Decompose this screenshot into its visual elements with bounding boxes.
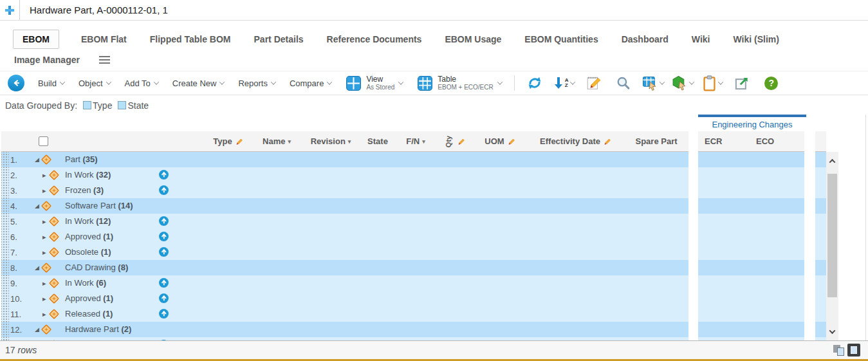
bom-type-group-row[interactable]: 4.◢Software Part (14)	[1, 198, 688, 214]
column-header-effectivity-date[interactable]: Effectivity Date	[528, 131, 624, 151]
tab-image-manager[interactable]: Image Manager	[13, 51, 81, 69]
bom-state-group-row[interactable]: 6.▸Approved (1)	[1, 229, 688, 245]
search-button[interactable]	[612, 73, 635, 93]
goto-button[interactable]	[159, 293, 169, 306]
menu-create-new[interactable]: Create New	[165, 71, 232, 95]
column-header-name[interactable]: Name▾	[252, 131, 302, 151]
back-button[interactable]	[8, 75, 24, 91]
scroll-up-button[interactable]	[826, 152, 838, 170]
menu-compare[interactable]: Compare	[282, 71, 338, 95]
tab-flipped-table-bom[interactable]: Flipped Table BOM	[149, 30, 232, 48]
collapse-toggle-icon[interactable]: ◢	[35, 265, 39, 271]
column-filter-icon[interactable]: ▾	[422, 138, 425, 145]
app-compass-icon[interactable]	[0, 0, 20, 20]
expand-toggle-icon[interactable]: ▸	[42, 234, 46, 241]
bom-type-group-row[interactable]: 8.◢CAD Drawing (8)	[1, 260, 688, 275]
bom-state-group-row[interactable]: 9.▸In Work (6)	[1, 275, 688, 291]
drag-handle[interactable]	[1, 306, 9, 322]
column-header-eco[interactable]: ECO	[750, 131, 804, 151]
drag-handle[interactable]	[1, 198, 9, 214]
tab-ebom-flat[interactable]: EBOM Flat	[80, 30, 128, 48]
expand-toggle-icon[interactable]: ▸	[42, 280, 46, 287]
help-button[interactable]: ?	[760, 73, 783, 93]
group-by-token-type[interactable]: Type	[83, 100, 112, 111]
drag-handle[interactable]	[1, 214, 9, 229]
empty-group-cell-row	[698, 152, 804, 167]
refresh-button[interactable]	[523, 73, 546, 93]
collapse-toggle-icon[interactable]: ◢	[35, 327, 39, 333]
collapse-toggle-icon[interactable]: ◢	[35, 157, 39, 163]
column-header-state[interactable]: State	[360, 131, 396, 151]
bom-state-group-row[interactable]: 5.▸In Work (12)	[1, 214, 688, 229]
collapse-toggle-icon[interactable]: ◢	[35, 203, 39, 209]
tab-wiki[interactable]: Wiki	[690, 30, 712, 48]
view-mode-button[interactable]: ViewAs Stored	[338, 75, 410, 91]
column-select-button[interactable]	[642, 73, 665, 93]
expand-toggle-icon[interactable]: ▸	[42, 172, 46, 179]
single-pane-icon[interactable]	[847, 344, 860, 356]
column-header-revision[interactable]: Revision▾	[302, 131, 360, 151]
expand-toggle-icon[interactable]: ▸	[42, 187, 46, 194]
goto-button[interactable]	[159, 232, 169, 244]
drag-handle[interactable]	[1, 322, 9, 337]
drag-handle[interactable]	[1, 152, 9, 167]
column-header-type[interactable]: Type	[205, 131, 252, 151]
open-in-window-button[interactable]	[730, 73, 753, 93]
bom-state-group-row[interactable]: 2.▸In Work (32)	[1, 167, 688, 183]
goto-button[interactable]	[159, 216, 169, 228]
tab-ebom-usage[interactable]: EBOM Usage	[443, 30, 503, 48]
menu-object[interactable]: Object	[71, 71, 118, 95]
column-header-spare-part[interactable]: Spare Part	[624, 131, 688, 151]
drag-handle[interactable]	[1, 167, 9, 183]
goto-button[interactable]	[159, 278, 169, 290]
more-tabs-menu-icon[interactable]	[99, 56, 110, 64]
scroll-down-button[interactable]	[826, 322, 838, 340]
eng-grid-header: ECR ECO	[698, 131, 804, 152]
bom-state-group-row[interactable]: 7.▸Obsolete (1)	[1, 245, 688, 260]
menu-reports[interactable]: Reports	[231, 71, 282, 95]
column-header-qty[interactable]: Qty	[436, 131, 473, 151]
tab-wiki-slim[interactable]: Wiki (Slim)	[732, 30, 780, 48]
drag-handle[interactable]	[1, 183, 9, 198]
column-filter-icon[interactable]: ▾	[348, 138, 351, 145]
cascade-windows-icon[interactable]	[833, 345, 844, 356]
state-action-button[interactable]	[671, 73, 694, 93]
sort-button[interactable]: AZ	[553, 73, 576, 93]
goto-button[interactable]	[159, 170, 169, 182]
expand-toggle-icon[interactable]: ▸	[42, 218, 46, 225]
tab-part-details[interactable]: Part Details	[253, 30, 305, 48]
menu-build[interactable]: Build	[31, 71, 71, 95]
bom-state-group-row[interactable]: 3.▸Frozen (3)	[1, 183, 688, 198]
drag-handle[interactable]	[1, 275, 9, 291]
drag-handle[interactable]	[1, 229, 9, 245]
expand-toggle-icon[interactable]: ▸	[42, 249, 46, 256]
bom-state-group-row[interactable]: 11.▸Released (1)	[1, 306, 688, 322]
column-filter-icon[interactable]: ▾	[288, 138, 291, 145]
column-header-ecr[interactable]: ECR	[698, 131, 750, 151]
column-header-f-n[interactable]: F/N▾	[396, 131, 436, 151]
goto-button[interactable]	[159, 185, 169, 198]
tab-ebom[interactable]: EBOM	[13, 30, 59, 49]
group-by-token-state[interactable]: State	[118, 100, 149, 111]
bom-state-group-row[interactable]: 10.▸Approved (1)	[1, 291, 688, 306]
scrollbar-thumb[interactable]	[827, 174, 837, 297]
select-all-checkbox[interactable]	[39, 136, 48, 146]
table-config-button[interactable]: TableEBOM + ECO/ECR	[410, 75, 508, 91]
drag-handle[interactable]	[1, 260, 9, 275]
goto-button[interactable]	[159, 247, 169, 259]
drag-handle[interactable]	[1, 245, 9, 260]
tab-ebom-quantities[interactable]: EBOM Quantities	[523, 30, 599, 48]
expand-toggle-icon[interactable]: ▸	[42, 311, 46, 318]
expand-toggle-icon[interactable]: ▸	[42, 295, 46, 302]
tab-dashboard[interactable]: Dashboard	[620, 30, 670, 48]
vertical-scrollbar[interactable]	[826, 152, 838, 340]
menu-add-to[interactable]: Add To	[118, 71, 165, 95]
clipboard-button[interactable]	[701, 73, 724, 93]
bom-type-group-row[interactable]: 1.◢Part (35)	[1, 152, 688, 167]
drag-handle[interactable]	[1, 291, 9, 306]
edit-button[interactable]	[582, 73, 605, 93]
tab-reference-documents[interactable]: Reference Documents	[326, 30, 423, 48]
goto-button[interactable]	[159, 309, 169, 321]
bom-type-group-row[interactable]: 12.◢Hardware Part (2)	[1, 322, 688, 337]
column-header-uom[interactable]: UOM	[473, 131, 528, 151]
